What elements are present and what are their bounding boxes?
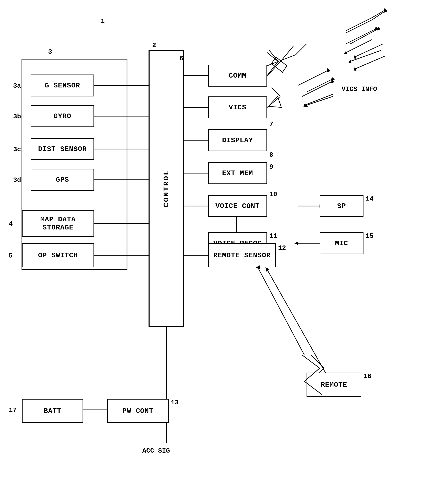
antenna-comm bbox=[0, 0, 448, 487]
block-diagram: 1 2 3 G SENSOR 3a GYRO 3b DIST SENSOR 3c… bbox=[0, 0, 448, 487]
svg-marker-80 bbox=[353, 67, 356, 71]
svg-line-72 bbox=[346, 17, 372, 31]
svg-line-77 bbox=[355, 44, 383, 57]
svg-marker-71 bbox=[272, 57, 287, 72]
svg-marker-87 bbox=[304, 103, 307, 107]
svg-marker-85 bbox=[331, 79, 335, 83]
svg-line-89 bbox=[304, 368, 320, 381]
svg-marker-83 bbox=[327, 68, 330, 72]
svg-marker-78 bbox=[353, 55, 356, 59]
svg-line-88 bbox=[302, 355, 320, 368]
svg-line-75 bbox=[350, 28, 379, 44]
svg-line-84 bbox=[302, 81, 333, 96]
svg-line-73 bbox=[372, 10, 385, 17]
svg-line-79 bbox=[355, 56, 385, 69]
svg-marker-81 bbox=[268, 96, 281, 107]
svg-marker-74 bbox=[384, 8, 387, 12]
svg-marker-76 bbox=[377, 27, 381, 31]
svg-line-68 bbox=[268, 59, 282, 76]
svg-line-90 bbox=[304, 381, 322, 395]
svg-marker-91 bbox=[256, 265, 260, 269]
svg-line-82 bbox=[298, 70, 328, 85]
svg-line-86 bbox=[304, 94, 333, 105]
svg-line-92 bbox=[258, 268, 304, 355]
svg-line-69 bbox=[282, 46, 293, 59]
